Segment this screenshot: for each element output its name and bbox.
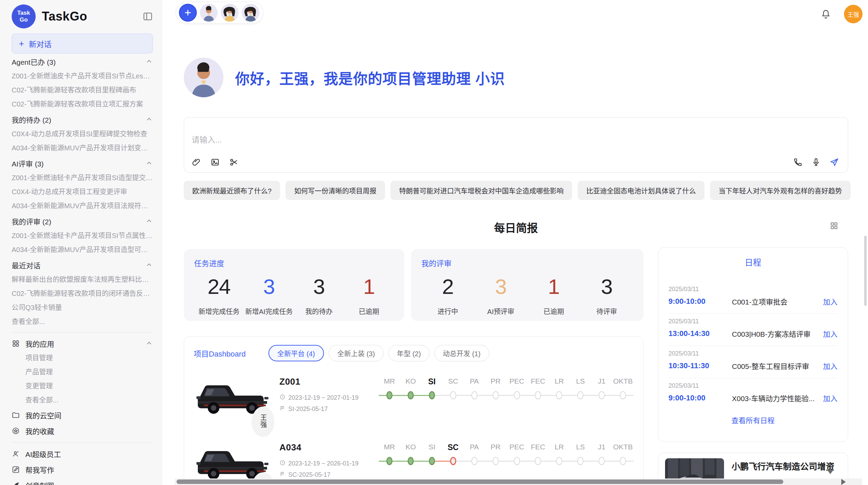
milestone-line bbox=[435, 461, 443, 462]
agent-avatar-1[interactable] bbox=[200, 4, 218, 22]
sidebar-link-folder[interactable]: 我的云空间 bbox=[12, 407, 153, 423]
view-all-schedule-link[interactable]: 查看所有日程 bbox=[668, 415, 837, 425]
suggestion-chip[interactable]: 当下年轻人对汽车外观有怎样的喜好趋势 bbox=[710, 181, 851, 200]
join-link[interactable]: 加入 bbox=[823, 296, 837, 307]
sidebar-section-header[interactable]: 最近对话 bbox=[12, 258, 153, 273]
event-row: 13:00-14:30C003|H0B-方案冻结评审加入 bbox=[668, 328, 837, 339]
milestone-node-lr[interactable] bbox=[556, 391, 562, 399]
milestone-node-ls[interactable] bbox=[577, 391, 583, 399]
milestone-node-ko[interactable] bbox=[408, 391, 414, 399]
chat-input[interactable] bbox=[192, 135, 672, 145]
milestone-node-pr[interactable] bbox=[493, 391, 499, 399]
milestone-node-si[interactable] bbox=[429, 457, 435, 465]
join-link[interactable]: 加入 bbox=[823, 393, 837, 403]
project-flag-row: SC-2025-05-17 bbox=[279, 471, 379, 479]
milestone-line bbox=[435, 395, 443, 396]
sidebar-app-item[interactable]: 变更管理 bbox=[12, 379, 153, 393]
milestone-node-oktb[interactable] bbox=[620, 391, 626, 399]
milestone-node-pec[interactable] bbox=[514, 391, 520, 399]
milestone-label: SI bbox=[421, 377, 443, 386]
milestone-node-pr[interactable] bbox=[493, 457, 499, 465]
sidebar-app-item[interactable]: 项目管理 bbox=[12, 351, 153, 365]
suggestion-chip[interactable]: 如何写一份清晰的项目周报 bbox=[286, 181, 385, 200]
image-icon[interactable] bbox=[210, 158, 220, 167]
scissors-icon[interactable] bbox=[229, 158, 239, 167]
join-link[interactable]: 加入 bbox=[823, 361, 837, 371]
scroll-down-arrow[interactable] bbox=[827, 470, 834, 474]
milestone-node-si[interactable] bbox=[429, 391, 435, 399]
horizontal-scrollbar-thumb[interactable] bbox=[177, 480, 783, 484]
sidebar-item[interactable]: 公司Q3轻卡销量 bbox=[12, 301, 153, 315]
agent-avatar-2[interactable] bbox=[221, 4, 239, 22]
milestone-labels: MRKOSISCPAPRPECFECLRLSJ1OKTB bbox=[379, 443, 634, 452]
sidebar-link-person[interactable]: AI超级员工 bbox=[12, 446, 153, 462]
send-icon[interactable] bbox=[830, 158, 839, 167]
milestone-node-ls[interactable] bbox=[577, 457, 583, 465]
milestone-node-fec[interactable] bbox=[535, 391, 541, 399]
milestone-node-j1[interactable] bbox=[599, 457, 605, 465]
sidebar-item[interactable]: C02-飞腾新能源轻客改款项目里程碑画布 bbox=[12, 83, 153, 97]
sidebar-item[interactable]: C02-飞腾新能源轻客改款项目立项汇报方案 bbox=[12, 97, 153, 111]
sidebar-item[interactable]: A034-全新新能源MUV产品开发项目计划变更表编写 bbox=[12, 141, 153, 155]
horizontal-scrollbar[interactable] bbox=[175, 478, 862, 485]
sidebar-section-header[interactable]: Agent已办 (3) bbox=[12, 54, 153, 69]
suggestion-chip[interactable]: 特朗普可能对进口汽车增税会对中国车企造成哪些影响 bbox=[390, 181, 572, 200]
new-chat-button[interactable]: + 新对话 bbox=[12, 34, 153, 53]
vertical-scrollbar-thumb[interactable] bbox=[864, 236, 867, 306]
collapse-sidebar-icon[interactable] bbox=[143, 11, 153, 22]
sidebar-item[interactable]: A034-全新新能源MUV产品开发项目造型可行性评审 bbox=[12, 243, 153, 257]
notification-bell-icon[interactable] bbox=[821, 9, 831, 19]
sidebar-section-header[interactable]: 我的评审 (2) bbox=[12, 214, 153, 229]
milestone-node-pa[interactable] bbox=[471, 391, 478, 399]
sidebar-section-header[interactable]: 我的待办 (2) bbox=[12, 112, 153, 127]
logo-row: Task Go TaskGo bbox=[12, 3, 153, 29]
suggestion-chip[interactable]: 比亚迪全固态电池计划具体说了什么 bbox=[578, 181, 704, 200]
milestone-node-sc[interactable] bbox=[450, 457, 456, 465]
milestone-node-pec[interactable] bbox=[514, 457, 520, 465]
dashboard-tab[interactable]: 全新上装 (3) bbox=[329, 345, 384, 361]
sidebar-item[interactable]: Z001-全新燃油皮卡产品开发项目SI节点Lesson Learn报告 bbox=[12, 69, 153, 83]
suggestion-chip[interactable]: 欧洲新规最近颁布了什么? bbox=[184, 181, 280, 200]
sidebar-link-label: 我的收藏 bbox=[25, 426, 54, 436]
join-link[interactable]: 加入 bbox=[823, 328, 837, 339]
dashboard-tab[interactable]: 动总开发 (1) bbox=[434, 345, 489, 361]
sidebar-item[interactable]: C0X4-动力总成开发项目SI里程碑提交物检查 bbox=[12, 127, 153, 141]
milestone-node-mr[interactable] bbox=[386, 391, 393, 399]
dashboard-tab[interactable]: 全新平台 (4) bbox=[268, 345, 324, 361]
milestone-node-ko[interactable] bbox=[408, 457, 414, 465]
mic-icon[interactable] bbox=[811, 158, 821, 167]
scroll-right-arrow[interactable] bbox=[841, 479, 846, 485]
sidebar-my-apps-header[interactable]: 我的应用 bbox=[12, 336, 153, 351]
user-avatar[interactable]: 王强 bbox=[844, 5, 863, 23]
sidebar-item[interactable]: C02-飞腾新能源轻客改款项目的闭环通告反馈情况 bbox=[12, 287, 153, 301]
sidebar-item[interactable]: Z001-全新燃油轻卡产品开发项目SI造型提交物评审 bbox=[12, 171, 153, 185]
milestone-node-pa[interactable] bbox=[471, 457, 478, 465]
sidebar-app-item[interactable]: 产品管理 bbox=[12, 365, 153, 379]
paperclip-icon[interactable] bbox=[192, 158, 201, 167]
layout-grid-icon[interactable] bbox=[830, 221, 839, 230]
sidebar-item[interactable]: Z001-全新燃油轻卡产品开发项目SI节点属性5D文件评审 bbox=[12, 229, 153, 243]
milestone-node-j1[interactable] bbox=[599, 391, 605, 399]
sidebar-link-star[interactable]: 我的收藏 bbox=[12, 423, 153, 439]
sidebar-item[interactable]: A034-全新新能源MUV产品开发项目法规符合性评审 bbox=[12, 199, 153, 213]
sidebar-item[interactable]: C0X4-动力总成开发项目工程变更评审 bbox=[12, 185, 153, 199]
milestone-node-mr[interactable] bbox=[386, 457, 393, 465]
milestone-node-lr[interactable] bbox=[556, 457, 562, 465]
schedule-event: 2025/03/1110:30-11:30C005-整车工程目标评审加入 bbox=[668, 346, 837, 378]
milestone-node-sc[interactable] bbox=[450, 391, 456, 399]
sidebar-item[interactable]: 查看全部... bbox=[12, 315, 153, 329]
sidebar-item[interactable]: 解释最新出台的欧盟报废车法规再生塑料比例被调至15%... bbox=[12, 273, 153, 287]
milestone-line bbox=[456, 461, 464, 462]
sidebar-link-write[interactable]: 帮我写作 bbox=[12, 462, 153, 477]
stat-card: 我的评审2进行中3AI预评审1已逾期3待评审 bbox=[411, 249, 643, 321]
phone-icon[interactable] bbox=[793, 158, 803, 167]
sidebar-app-item[interactable]: 查看全部... bbox=[12, 393, 153, 407]
dashboard-tab[interactable]: 年型 (2) bbox=[388, 345, 430, 361]
milestone-node-fec[interactable] bbox=[535, 457, 541, 465]
sidebar-section-header[interactable]: AI评审 (3) bbox=[12, 156, 153, 171]
section-title: Agent已办 (3) bbox=[12, 57, 56, 67]
sidebar-link-quill[interactable]: 创意制图 bbox=[12, 477, 153, 485]
milestone-node-oktb[interactable] bbox=[620, 457, 626, 465]
add-agent-button[interactable] bbox=[179, 4, 197, 22]
agent-avatar-3[interactable] bbox=[242, 4, 260, 22]
